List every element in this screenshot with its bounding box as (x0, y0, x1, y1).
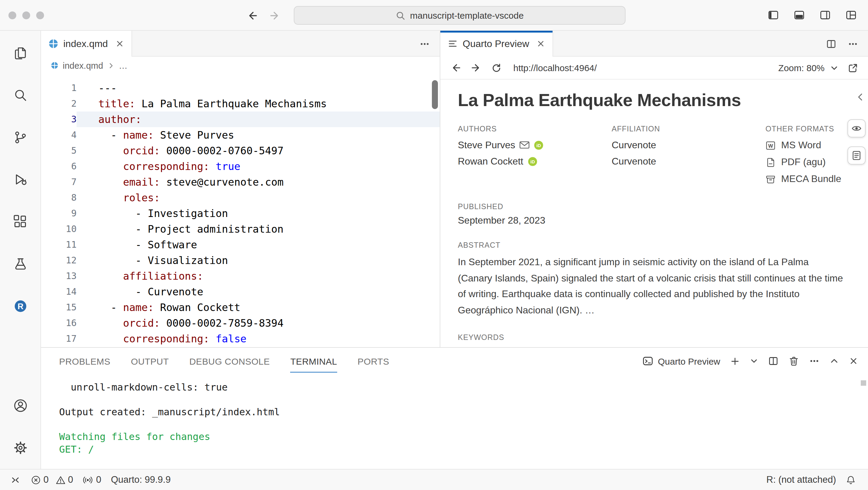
forward-arrow-icon[interactable] (470, 62, 482, 73)
problems-status[interactable]: 0 0 (26, 474, 78, 485)
new-terminal-icon[interactable] (730, 356, 740, 366)
line-number[interactable]: 15 (41, 299, 76, 315)
close-panel-icon[interactable] (849, 356, 858, 366)
tab-index-qmd[interactable]: index.qmd (41, 31, 132, 57)
breadcrumb-item-file[interactable]: index.qmd (63, 61, 103, 70)
code-line[interactable]: 13 affiliations: (41, 268, 440, 284)
code-line[interactable]: 10 - Project administration (41, 221, 440, 237)
minimize-window-button[interactable] (22, 11, 30, 19)
orcid-icon[interactable]: iD (534, 140, 544, 150)
panel-tab-ports[interactable]: PORTS (358, 348, 390, 374)
close-window-button[interactable] (8, 11, 16, 19)
line-number[interactable]: 4 (41, 127, 76, 143)
run-and-debug-icon[interactable] (6, 166, 34, 193)
terminal[interactable]: unroll-markdown-cells: trueOutput create… (41, 374, 868, 469)
code-line[interactable]: 17 corresponding: false (41, 331, 440, 347)
editor-scrollbar-thumb[interactable] (432, 80, 438, 109)
line-number[interactable]: 16 (41, 315, 76, 331)
quarto-version[interactable]: Quarto: 99.9.9 (106, 474, 176, 485)
code-line[interactable]: 14 - Curvenote (41, 284, 440, 299)
code-line[interactable]: 8 roles: (41, 190, 440, 205)
line-number[interactable]: 1 (41, 80, 76, 96)
source-control-icon[interactable] (6, 124, 34, 151)
settings-gear-icon[interactable] (6, 434, 34, 462)
panel-tab-problems[interactable]: PROBLEMS (59, 348, 111, 374)
preview-url[interactable]: http://localhost:4964/ (513, 63, 597, 73)
testing-beaker-icon[interactable] (6, 250, 34, 278)
email-icon[interactable] (519, 141, 530, 149)
chevron-down-icon[interactable] (750, 357, 758, 365)
code-line[interactable]: 1--- (41, 80, 440, 96)
line-number[interactable]: 17 (41, 331, 76, 347)
line-number[interactable]: 7 (41, 174, 76, 190)
r-status[interactable]: R: (not attached) (762, 474, 841, 485)
ports-status[interactable]: 0 (78, 474, 106, 485)
code-line[interactable]: 5 orcid: 0000-0002-0760-5497 (41, 143, 440, 159)
toggle-sidebar-left-icon[interactable] (767, 9, 779, 21)
code-line[interactable]: 3author: (41, 111, 440, 127)
accounts-icon[interactable] (6, 392, 34, 420)
code-line[interactable]: 9 - Investigation (41, 205, 440, 221)
remote-indicator[interactable] (5, 474, 26, 486)
notifications-bell-icon[interactable] (841, 475, 861, 485)
line-number[interactable]: 9 (41, 205, 76, 221)
more-actions-icon[interactable] (809, 356, 820, 366)
more-actions-icon[interactable] (419, 38, 430, 49)
code-line[interactable]: 15 - name: Rowan Cockett (41, 299, 440, 315)
panel-tab-terminal[interactable]: TERMINAL (290, 348, 337, 374)
terminal-scrollbar-thumb[interactable] (861, 380, 866, 386)
open-external-icon[interactable] (847, 62, 858, 73)
customize-layout-icon[interactable] (845, 9, 857, 21)
line-number[interactable]: 5 (41, 143, 76, 159)
line-number[interactable]: 10 (41, 221, 76, 237)
code-line[interactable]: 16 orcid: 0000-0002-7859-8394 (41, 315, 440, 331)
line-number[interactable]: 13 (41, 268, 76, 284)
code-line[interactable]: 6 corresponding: true (41, 159, 440, 174)
kill-terminal-trash-icon[interactable] (788, 356, 799, 366)
breadcrumb-item-symbol[interactable]: … (119, 61, 128, 70)
code-editor[interactable]: 1---2title: La Palma Earthquake Mechanis… (41, 74, 440, 347)
line-number[interactable]: 8 (41, 190, 76, 205)
r-language-icon[interactable]: R (6, 292, 34, 320)
code-line[interactable]: 7 email: steve@curvenote.com (41, 174, 440, 190)
explorer-icon[interactable] (6, 39, 34, 67)
line-number[interactable]: 6 (41, 159, 76, 174)
maximize-panel-icon[interactable] (829, 356, 839, 366)
close-tab-icon[interactable] (115, 39, 124, 48)
split-editor-icon[interactable] (826, 38, 837, 49)
more-actions-icon[interactable] (847, 38, 858, 49)
orcid-icon[interactable]: iD (527, 156, 537, 166)
toggle-panel-icon[interactable] (793, 9, 805, 21)
notes-icon[interactable] (847, 146, 866, 165)
format-link[interactable]: PDF (agu) (766, 154, 852, 170)
line-number[interactable]: 14 (41, 284, 76, 299)
panel-tab-output[interactable]: OUTPUT (131, 348, 169, 374)
tab-quarto-preview[interactable]: Quarto Preview (440, 31, 553, 57)
code-line[interactable]: 2title: La Palma Earthquake Mechanisms (41, 96, 440, 111)
search-icon[interactable] (6, 81, 34, 109)
format-link[interactable]: MECA Bundle (766, 170, 852, 188)
forward-arrow-icon[interactable] (269, 9, 281, 22)
panel-tab-debug-console[interactable]: DEBUG CONSOLE (189, 348, 270, 374)
refresh-icon[interactable] (491, 62, 502, 73)
back-arrow-icon[interactable] (450, 62, 461, 73)
code-line[interactable]: 11 - Software (41, 237, 440, 253)
zoom-select[interactable]: Zoom: 80% (778, 63, 838, 73)
code-line[interactable]: 4 - name: Steve Purves (41, 127, 440, 143)
split-terminal-icon[interactable] (768, 356, 779, 366)
line-number[interactable]: 11 (41, 237, 76, 253)
zoom-window-button[interactable] (36, 11, 44, 19)
chevron-left-icon[interactable] (855, 92, 865, 102)
back-arrow-icon[interactable] (246, 9, 258, 22)
line-number[interactable]: 2 (41, 96, 76, 111)
close-tab-icon[interactable] (536, 39, 546, 48)
toggle-sidebar-right-icon[interactable] (819, 9, 831, 21)
breadcrumb[interactable]: index.qmd … (41, 57, 440, 74)
format-link[interactable]: WMS Word (766, 137, 852, 154)
line-number[interactable]: 12 (41, 253, 76, 268)
terminal-profile[interactable]: Quarto Preview (642, 355, 720, 367)
command-center-search[interactable]: manuscript-template-vscode (294, 6, 625, 25)
extensions-icon[interactable] (6, 208, 34, 236)
code-line[interactable]: 12 - Visualization (41, 253, 440, 268)
eye-icon[interactable] (847, 119, 866, 137)
